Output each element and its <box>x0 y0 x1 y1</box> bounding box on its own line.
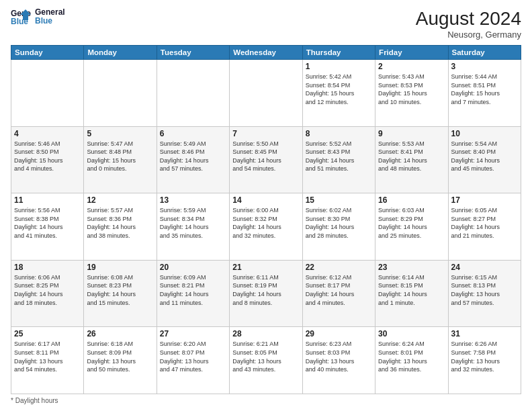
day-info: Sunrise: 6:21 AM Sunset: 8:05 PM Dayligh… <box>232 340 299 373</box>
day-info: Sunrise: 5:56 AM Sunset: 8:38 PM Dayligh… <box>14 206 81 240</box>
day-number: 17 <box>451 195 518 205</box>
calendar-cell: 21Sunrise: 6:11 AM Sunset: 8:19 PM Dayli… <box>230 260 302 327</box>
day-number: 18 <box>14 263 81 272</box>
day-info: Sunrise: 6:02 AM Sunset: 8:30 PM Dayligh… <box>306 206 372 240</box>
day-info: Sunrise: 6:18 AM Sunset: 8:09 PM Dayligh… <box>87 340 153 373</box>
day-number: 10 <box>451 129 518 138</box>
day-number: 30 <box>378 329 445 338</box>
calendar-cell: 18Sunrise: 6:06 AM Sunset: 8:25 PM Dayli… <box>11 260 84 327</box>
calendar-cell: 9Sunrise: 5:53 AM Sunset: 8:41 PM Daylig… <box>375 126 448 193</box>
day-info: Sunrise: 5:50 AM Sunset: 8:45 PM Dayligh… <box>232 140 299 173</box>
calendar-cell <box>230 60 302 127</box>
day-number: 5 <box>87 129 153 138</box>
day-info: Sunrise: 5:52 AM Sunset: 8:43 PM Dayligh… <box>306 140 372 173</box>
day-number: 2 <box>378 62 445 71</box>
week-row-2: 4Sunrise: 5:46 AM Sunset: 8:50 PM Daylig… <box>11 126 521 193</box>
calendar-cell: 30Sunrise: 6:24 AM Sunset: 8:01 PM Dayli… <box>375 327 448 394</box>
week-row-5: 25Sunrise: 6:17 AM Sunset: 8:11 PM Dayli… <box>11 327 521 394</box>
calendar-cell: 2Sunrise: 5:43 AM Sunset: 8:53 PM Daylig… <box>375 60 448 127</box>
calendar-cell: 12Sunrise: 5:57 AM Sunset: 8:36 PM Dayli… <box>84 193 157 261</box>
day-number: 13 <box>160 195 226 205</box>
day-number: 9 <box>378 129 445 138</box>
day-info: Sunrise: 5:49 AM Sunset: 8:46 PM Dayligh… <box>160 140 226 173</box>
calendar-cell: 10Sunrise: 5:54 AM Sunset: 8:40 PM Dayli… <box>448 126 521 193</box>
calendar-cell: 6Sunrise: 5:49 AM Sunset: 8:46 PM Daylig… <box>157 126 229 193</box>
week-row-3: 11Sunrise: 5:56 AM Sunset: 8:38 PM Dayli… <box>11 193 521 261</box>
day-info: Sunrise: 6:24 AM Sunset: 8:01 PM Dayligh… <box>378 340 445 373</box>
calendar-cell: 17Sunrise: 6:05 AM Sunset: 8:27 PM Dayli… <box>448 193 521 261</box>
day-number: 4 <box>14 129 81 138</box>
day-info: Sunrise: 6:11 AM Sunset: 8:19 PM Dayligh… <box>232 273 299 307</box>
logo: General Blue General Blue <box>11 8 65 26</box>
calendar-cell: 3Sunrise: 5:44 AM Sunset: 8:51 PM Daylig… <box>448 60 521 127</box>
day-number: 16 <box>378 195 445 205</box>
day-number: 25 <box>14 329 81 338</box>
calendar-cell: 7Sunrise: 5:50 AM Sunset: 8:45 PM Daylig… <box>230 126 302 193</box>
calendar-cell: 24Sunrise: 6:15 AM Sunset: 8:13 PM Dayli… <box>448 260 521 327</box>
day-info: Sunrise: 5:43 AM Sunset: 8:53 PM Dayligh… <box>378 73 445 106</box>
day-number: 23 <box>378 263 445 272</box>
day-number: 29 <box>306 329 372 338</box>
weekday-header-friday: Friday <box>375 46 448 60</box>
day-number: 27 <box>160 329 226 338</box>
calendar-cell: 19Sunrise: 6:08 AM Sunset: 8:23 PM Dayli… <box>84 260 157 327</box>
calendar-cell: 29Sunrise: 6:23 AM Sunset: 8:03 PM Dayli… <box>302 327 375 394</box>
day-info: Sunrise: 5:46 AM Sunset: 8:50 PM Dayligh… <box>14 140 81 173</box>
week-row-1: 1Sunrise: 5:42 AM Sunset: 8:54 PM Daylig… <box>11 60 521 127</box>
day-number: 26 <box>87 329 153 338</box>
calendar-cell: 13Sunrise: 5:59 AM Sunset: 8:34 PM Dayli… <box>157 193 229 261</box>
calendar-cell: 23Sunrise: 6:14 AM Sunset: 8:15 PM Dayli… <box>375 260 448 327</box>
day-info: Sunrise: 6:09 AM Sunset: 8:21 PM Dayligh… <box>160 273 226 307</box>
day-info: Sunrise: 5:42 AM Sunset: 8:54 PM Dayligh… <box>306 73 372 106</box>
day-info: Sunrise: 6:00 AM Sunset: 8:32 PM Dayligh… <box>232 206 299 240</box>
calendar-cell: 16Sunrise: 6:03 AM Sunset: 8:29 PM Dayli… <box>375 193 448 261</box>
day-info: Sunrise: 5:57 AM Sunset: 8:36 PM Dayligh… <box>87 206 153 240</box>
day-number: 28 <box>232 329 299 338</box>
day-info: Sunrise: 6:03 AM Sunset: 8:29 PM Dayligh… <box>378 206 445 240</box>
day-number: 19 <box>87 263 153 272</box>
weekday-header-wednesday: Wednesday <box>230 46 302 60</box>
day-number: 1 <box>306 62 372 71</box>
day-number: 31 <box>451 329 518 338</box>
title-block: August 2024 Neusorg, Germany <box>416 8 521 40</box>
calendar-cell: 26Sunrise: 6:18 AM Sunset: 8:09 PM Dayli… <box>84 327 157 394</box>
calendar-cell <box>84 60 157 127</box>
day-info: Sunrise: 6:05 AM Sunset: 8:27 PM Dayligh… <box>451 206 518 240</box>
logo-line2: Blue <box>35 17 65 26</box>
day-number: 22 <box>306 263 372 272</box>
day-number: 6 <box>160 129 226 138</box>
calendar-cell: 31Sunrise: 6:26 AM Sunset: 7:58 PM Dayli… <box>448 327 521 394</box>
month-year: August 2024 <box>416 8 521 30</box>
calendar-cell: 20Sunrise: 6:09 AM Sunset: 8:21 PM Dayli… <box>157 260 229 327</box>
footer-daylight-text: Daylight hours <box>15 397 58 404</box>
logo-icon: General Blue <box>11 8 31 26</box>
calendar-table: SundayMondayTuesdayWednesdayThursdayFrid… <box>11 45 521 394</box>
calendar-cell: 15Sunrise: 6:02 AM Sunset: 8:30 PM Dayli… <box>302 193 375 261</box>
day-info: Sunrise: 5:53 AM Sunset: 8:41 PM Dayligh… <box>378 140 445 173</box>
day-info: Sunrise: 5:47 AM Sunset: 8:48 PM Dayligh… <box>87 140 153 173</box>
calendar-cell: 28Sunrise: 6:21 AM Sunset: 8:05 PM Dayli… <box>230 327 302 394</box>
day-info: Sunrise: 6:15 AM Sunset: 8:13 PM Dayligh… <box>451 273 518 307</box>
day-info: Sunrise: 5:59 AM Sunset: 8:34 PM Dayligh… <box>160 206 226 240</box>
calendar-cell: 1Sunrise: 5:42 AM Sunset: 8:54 PM Daylig… <box>302 60 375 127</box>
day-number: 20 <box>160 263 226 272</box>
day-number: 24 <box>451 263 518 272</box>
page: General Blue General Blue August 2024 Ne… <box>0 0 532 411</box>
day-number: 11 <box>14 195 81 205</box>
calendar-cell: 8Sunrise: 5:52 AM Sunset: 8:43 PM Daylig… <box>302 126 375 193</box>
day-info: Sunrise: 6:14 AM Sunset: 8:15 PM Dayligh… <box>378 273 445 307</box>
weekday-header-saturday: Saturday <box>448 46 521 60</box>
calendar-cell: 27Sunrise: 6:20 AM Sunset: 8:07 PM Dayli… <box>157 327 229 394</box>
calendar-cell: 14Sunrise: 6:00 AM Sunset: 8:32 PM Dayli… <box>230 193 302 261</box>
location: Neusorg, Germany <box>416 30 521 40</box>
day-number: 3 <box>451 62 518 71</box>
day-number: 12 <box>87 195 153 205</box>
weekday-header-tuesday: Tuesday <box>157 46 229 60</box>
header: General Blue General Blue August 2024 Ne… <box>11 8 521 40</box>
weekday-header-sunday: Sunday <box>11 46 84 60</box>
calendar-cell: 22Sunrise: 6:12 AM Sunset: 8:17 PM Dayli… <box>302 260 375 327</box>
day-info: Sunrise: 6:08 AM Sunset: 8:23 PM Dayligh… <box>87 273 153 307</box>
calendar-cell <box>11 60 84 127</box>
weekday-header-row: SundayMondayTuesdayWednesdayThursdayFrid… <box>11 46 521 60</box>
calendar-cell: 4Sunrise: 5:46 AM Sunset: 8:50 PM Daylig… <box>11 126 84 193</box>
